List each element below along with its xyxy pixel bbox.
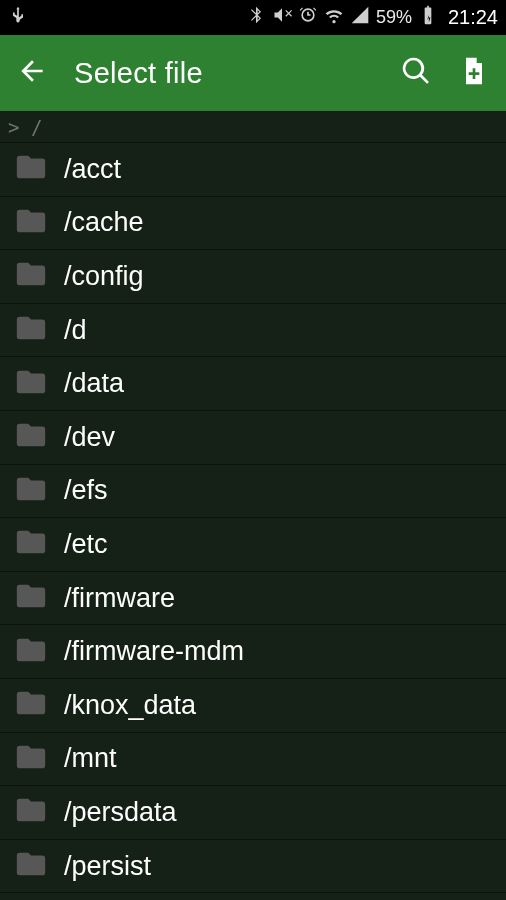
breadcrumb[interactable]: > /: [0, 111, 506, 143]
alarm-icon: [298, 5, 318, 30]
folder-icon: [14, 793, 48, 831]
file-name-label: /knox_data: [64, 690, 196, 721]
arrow-back-icon: [16, 55, 48, 87]
new-file-button[interactable]: [452, 49, 496, 97]
list-item[interactable]: /config: [0, 250, 506, 304]
list-item[interactable]: /firmware-mdm: [0, 625, 506, 679]
list-item[interactable]: /dev: [0, 411, 506, 465]
app-bar: Select file: [0, 35, 506, 111]
file-name-label: /d: [64, 315, 87, 346]
file-list[interactable]: /acct/cache/config/d/data/dev/efs/etc/fi…: [0, 143, 506, 900]
breadcrumb-path: > /: [8, 116, 42, 138]
search-button[interactable]: [394, 49, 438, 97]
file-name-label: /etc: [64, 529, 108, 560]
file-name-label: /data: [64, 368, 124, 399]
list-item[interactable]: /firmware: [0, 572, 506, 626]
file-add-icon: [458, 55, 490, 87]
list-item[interactable]: /acct: [0, 143, 506, 197]
folder-icon: [14, 311, 48, 349]
list-item[interactable]: /data: [0, 357, 506, 411]
folder-icon: [14, 633, 48, 671]
list-item[interactable]: /mnt: [0, 733, 506, 787]
battery-percent-label: 59%: [376, 7, 412, 28]
list-item[interactable]: /etc: [0, 518, 506, 572]
file-name-label: /cache: [64, 207, 144, 238]
list-item[interactable]: /persdata: [0, 786, 506, 840]
list-item[interactable]: /d: [0, 304, 506, 358]
wifi-icon: [324, 5, 344, 30]
file-name-label: /persist: [64, 851, 151, 882]
folder-icon: [14, 847, 48, 885]
list-item[interactable]: /persist: [0, 840, 506, 894]
clock-label: 21:24: [448, 6, 498, 29]
bluetooth-icon: [246, 5, 266, 30]
file-name-label: /firmware: [64, 583, 175, 614]
folder-icon: [14, 740, 48, 778]
list-item[interactable]: /cache: [0, 197, 506, 251]
folder-icon: [14, 525, 48, 563]
search-icon: [400, 55, 432, 87]
file-name-label: /config: [64, 261, 144, 292]
list-item[interactable]: /knox_data: [0, 679, 506, 733]
signal-icon: [350, 5, 370, 30]
folder-icon: [14, 150, 48, 188]
file-name-label: /firmware-mdm: [64, 636, 244, 667]
folder-icon: [14, 472, 48, 510]
folder-icon: [14, 418, 48, 456]
app-bar-title: Select file: [74, 57, 380, 90]
folder-icon: [14, 579, 48, 617]
file-name-label: /dev: [64, 422, 115, 453]
file-name-label: /acct: [64, 154, 121, 185]
file-name-label: /persdata: [64, 797, 177, 828]
back-button[interactable]: [10, 49, 54, 97]
mute-icon: [272, 5, 292, 30]
list-item[interactable]: /efs: [0, 465, 506, 519]
status-bar: 59% 21:24: [0, 0, 506, 35]
file-name-label: /efs: [64, 475, 108, 506]
folder-icon: [14, 686, 48, 724]
folder-icon: [14, 204, 48, 242]
file-name-label: /mnt: [64, 743, 117, 774]
usb-icon: [8, 5, 28, 30]
battery-icon: [418, 5, 438, 30]
folder-icon: [14, 365, 48, 403]
folder-icon: [14, 257, 48, 295]
